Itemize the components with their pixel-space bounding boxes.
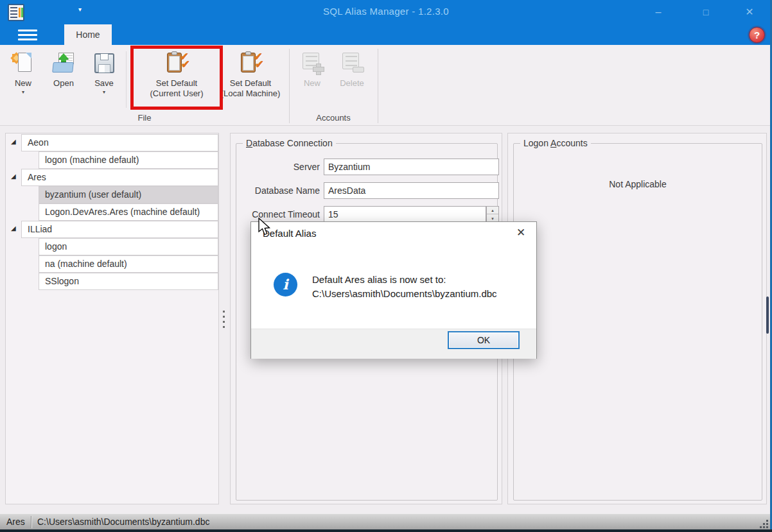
tree-item-na[interactable]: na (machine default): [6, 255, 218, 273]
account-delete-label: Delete: [333, 78, 371, 89]
set-default-current-user-button[interactable]: ✔✔ Set Default (Current User): [134, 49, 220, 112]
help-button[interactable]: ?: [749, 27, 765, 43]
open-button-label: Open: [45, 78, 82, 89]
tree-item-label: na (machine default): [45, 259, 127, 269]
tree-item-label: byzantium (user default): [45, 189, 141, 200]
tree-item-label: logon (machine default): [45, 155, 139, 165]
tree-item-illiad-logon[interactable]: logon: [6, 238, 218, 255]
tree-item-label: Ares: [28, 172, 46, 182]
info-icon: i: [274, 273, 297, 296]
dropdown-arrow-icon: ▾: [6, 89, 40, 96]
account-delete-icon: [333, 50, 371, 76]
open-button[interactable]: Open: [45, 49, 82, 112]
dialog-message: Default Ares alias is now set to: C:\Use…: [312, 273, 497, 301]
tree-item-aeon-logon[interactable]: logon (machine default): [6, 151, 218, 169]
tree-item-illiad[interactable]: ◢ ILLiad: [6, 221, 218, 238]
save-button[interactable]: Save ▾: [86, 49, 122, 112]
dialog-message-line1: Default Ares alias is now set to:: [312, 273, 497, 287]
group-divider: [378, 49, 378, 123]
clipboard-check-icon: ✔✔: [216, 50, 285, 76]
group-caption-accounts: Accounts: [289, 113, 378, 123]
caption-accel: D: [246, 138, 252, 148]
titlebar: ▾ SQL Alias Manager - 1.2.3.0 – □ ✕: [0, 0, 772, 24]
tree-item-label: Aeon: [28, 137, 49, 148]
set-default-machine-label-line1: Set Default: [216, 78, 285, 89]
status-alias: Ares: [6, 514, 25, 530]
tree-item-label: logon: [45, 241, 67, 252]
not-applicable-text: Not Applicable: [514, 179, 762, 189]
save-button-label: Save: [86, 78, 122, 89]
resize-grip-icon[interactable]: [759, 520, 768, 528]
server-input[interactable]: [324, 159, 499, 175]
new-button-label: New: [6, 78, 40, 89]
database-name-input[interactable]: [324, 182, 499, 199]
timeout-spinner: ▲ ▼: [486, 206, 499, 223]
splitter-grip-icon: [223, 311, 225, 331]
dropdown-arrow-icon: ▾: [86, 89, 122, 96]
account-new-label: New: [297, 78, 328, 89]
minimize-button[interactable]: –: [647, 4, 669, 21]
expander-icon[interactable]: ◢: [11, 225, 16, 232]
server-label: Server: [241, 159, 320, 175]
tree-item-label: SSlogon: [45, 276, 79, 286]
ribbon-tab-row: [0, 24, 772, 45]
tree-item-sslogon[interactable]: SSlogon: [6, 273, 218, 290]
caption-pre: Logon: [523, 138, 550, 148]
right-scrollbar-thumb[interactable]: [766, 296, 769, 334]
tree-item-logon-devares[interactable]: Logon.DevAres.Ares (machine default): [6, 203, 218, 221]
ok-button[interactable]: OK: [448, 331, 520, 349]
set-default-machine-label-line2: (Local Machine): [216, 89, 285, 99]
account-delete-button[interactable]: Delete: [333, 49, 371, 112]
dialog-message-line2: C:\Users\asmith\Documents\byzantium.dbc: [312, 287, 497, 301]
window-bottom-border: [0, 529, 772, 532]
groupbox-caption: Database Connection: [243, 138, 336, 148]
account-add-icon: [297, 50, 328, 76]
maximize-button[interactable]: □: [695, 4, 717, 21]
database-name-label: Database Name: [241, 182, 320, 199]
tab-home[interactable]: Home: [64, 24, 112, 45]
status-divider: [31, 516, 31, 528]
dialog-footer: OK: [251, 329, 536, 359]
set-default-user-label-line2: (Current User): [134, 89, 220, 99]
tree-item-ares[interactable]: ◢ Ares: [6, 169, 218, 186]
save-floppy-icon: [86, 50, 122, 76]
default-alias-dialog: Default Alias ✕ i Default Ares alias is …: [250, 221, 537, 359]
alias-tree-panel: ◢ Aeon logon (machine default) ◢ Ares by…: [5, 133, 219, 504]
open-folder-icon: [45, 50, 82, 76]
tree-item-label: Logon.DevAres.Ares (machine default): [45, 207, 200, 217]
caption-rest: ccounts: [556, 138, 587, 148]
set-default-user-label-line1: Set Default: [134, 78, 220, 89]
toolbar-separator: [126, 51, 127, 108]
logon-accounts-panel: Logon Accounts Not Applicable: [507, 133, 767, 504]
close-button[interactable]: ✕: [739, 4, 760, 21]
panel-splitter[interactable]: [220, 133, 229, 504]
logon-accounts-groupbox: Logon Accounts Not Applicable: [513, 143, 762, 501]
dialog-close-icon[interactable]: ✕: [511, 225, 531, 241]
expander-icon[interactable]: ◢: [11, 173, 16, 180]
mouse-cursor-icon: [258, 218, 273, 237]
connect-timeout-label: Connect Timeout: [241, 206, 320, 223]
caption-accel: A: [550, 138, 556, 148]
group-divider: [289, 49, 290, 123]
account-new-button[interactable]: New: [297, 49, 328, 112]
clipboard-check-icon: ✔✔: [134, 50, 220, 76]
new-alias-button[interactable]: New ▾: [6, 49, 40, 112]
groupbox-caption: Logon Accounts: [520, 138, 591, 148]
ribbon-toolbar: New ▾ Open Save ▾ ✔✔ Set Default (Curren…: [0, 45, 772, 126]
spinner-up-icon[interactable]: ▲: [487, 207, 498, 214]
hamburger-menu-icon[interactable]: [18, 30, 37, 40]
tree-item-aeon[interactable]: ◢ Aeon: [6, 134, 218, 151]
tree-item-byzantium-selected[interactable]: byzantium (user default): [6, 186, 218, 203]
sql-alias-manager-window: ▾ SQL Alias Manager - 1.2.3.0 – □ ✕ Home…: [0, 0, 772, 532]
new-document-icon: [6, 50, 40, 76]
expander-icon[interactable]: ◢: [11, 138, 16, 145]
status-path: C:\Users\asmith\Documents\byzantium.dbc: [37, 514, 209, 530]
set-default-local-machine-button[interactable]: ✔✔ Set Default (Local Machine): [216, 49, 285, 112]
connect-timeout-input[interactable]: [324, 206, 486, 223]
caption-rest: atabase Connection: [252, 138, 333, 148]
group-caption-file: File: [0, 113, 289, 123]
status-bar: Ares C:\Users\asmith\Documents\byzantium…: [0, 513, 772, 529]
tree-item-label: ILLiad: [28, 224, 52, 234]
